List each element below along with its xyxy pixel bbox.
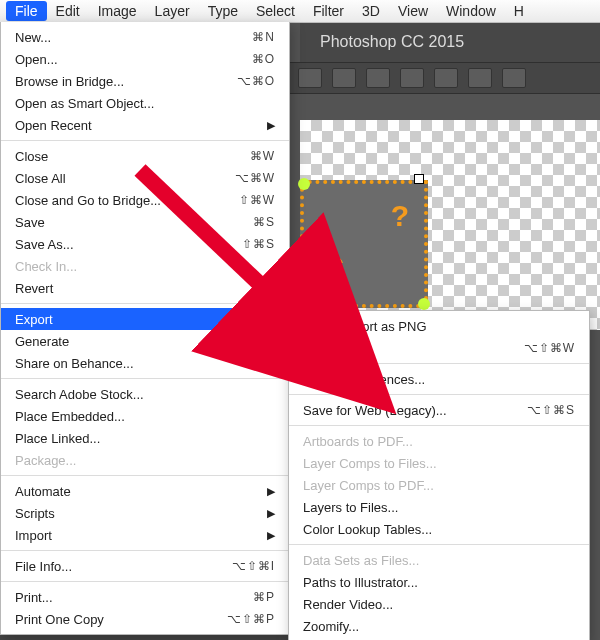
menu-item-label: Close and Go to Bridge... [15, 193, 239, 208]
submenu-arrow-icon: ▶ [267, 335, 275, 348]
export-menu-item[interactable]: Paths to Illustrator... [289, 571, 589, 593]
menubar-item-edit[interactable]: Edit [47, 1, 89, 21]
menu-item-label: Close [15, 149, 250, 164]
file-menu-item[interactable]: Import▶ [1, 524, 289, 546]
file-menu-item[interactable]: Close and Go to Bridge...⇧⌘W [1, 189, 289, 211]
file-menu-item[interactable]: Close All⌥⌘W [1, 167, 289, 189]
submenu-arrow-icon: ▶ [267, 119, 275, 132]
tool-button[interactable] [332, 68, 356, 88]
export-menu-item: Artboards to PDF... [289, 430, 589, 452]
file-menu-item[interactable]: Browse in Bridge...⌥⌘O [1, 70, 289, 92]
file-menu-item[interactable]: Open...⌘O [1, 48, 289, 70]
tool-button[interactable] [400, 68, 424, 88]
file-menu-item: Package... [1, 449, 289, 471]
export-menu-item[interactable]: Quick Export as PNG [289, 315, 589, 337]
file-menu-item[interactable]: RevertF12 [1, 277, 289, 299]
export-menu-separator [289, 394, 589, 395]
file-menu-separator [1, 303, 289, 304]
canvas-glyph-question: ? [391, 199, 409, 233]
menu-item-label: Check In... [15, 259, 275, 274]
file-menu-separator [1, 550, 289, 551]
file-menu-item[interactable]: Open as Smart Object... [1, 92, 289, 114]
menu-item-shortcut: ⌥⇧⌘S [527, 403, 575, 417]
file-menu-item[interactable]: Share on Behance... [1, 352, 289, 374]
export-menu-item[interactable]: Export Preferences... [289, 368, 589, 390]
file-menu-separator [1, 581, 289, 582]
menu-item-label: Layers to Files... [303, 500, 575, 515]
file-menu-item[interactable]: File Info...⌥⇧⌘I [1, 555, 289, 577]
photoshop-file-export-screenshot: Photoshop CC 2015 ? G FileEditImageLayer… [0, 0, 600, 640]
menubar-item-image[interactable]: Image [89, 1, 146, 21]
export-menu-item[interactable]: Save for Web (Legacy)...⌥⇧⌘S [289, 399, 589, 421]
menubar-item-file[interactable]: File [6, 1, 47, 21]
menu-item-shortcut: ⌥⇧⌘W [524, 341, 575, 355]
menu-item-shortcut: ⌘S [253, 215, 275, 229]
menu-item-label: Share on Behance... [15, 356, 275, 371]
file-menu-item[interactable]: Close⌘W [1, 145, 289, 167]
menu-item-label: Export As... [303, 341, 524, 356]
export-menu-item[interactable]: Color Lookup Tables... [289, 518, 589, 540]
selected-layer[interactable]: ? G [300, 180, 428, 308]
menu-item-label: Close All [15, 171, 235, 186]
export-menu-item: Layer Comps to PDF... [289, 474, 589, 496]
menubar-item-select[interactable]: Select [247, 1, 304, 21]
export-menu-item[interactable]: Zoomify... [289, 615, 589, 637]
tool-button[interactable] [468, 68, 492, 88]
tool-button[interactable] [502, 68, 526, 88]
menu-item-label: Scripts [15, 506, 261, 521]
menu-item-label: Layer Comps to Files... [303, 456, 575, 471]
export-menu-item: Data Sets as Files... [289, 549, 589, 571]
export-menu-item[interactable]: Render Video... [289, 593, 589, 615]
menu-item-label: Save As... [15, 237, 242, 252]
file-menu-item[interactable]: Open Recent▶ [1, 114, 289, 136]
file-menu-item: Check In... [1, 255, 289, 277]
menu-item-label: File Info... [15, 559, 232, 574]
file-menu-separator [1, 475, 289, 476]
menubar-item-filter[interactable]: Filter [304, 1, 353, 21]
file-menu-item[interactable]: Export▶ [1, 308, 289, 330]
submenu-arrow-icon: ▶ [267, 529, 275, 542]
tool-button[interactable] [434, 68, 458, 88]
menu-item-shortcut: ⇧⌘S [242, 237, 275, 251]
file-menu-separator [1, 378, 289, 379]
file-menu-item[interactable]: Place Linked... [1, 427, 289, 449]
menu-item-label: Place Linked... [15, 431, 275, 446]
file-menu-item[interactable]: Print...⌘P [1, 586, 289, 608]
file-menu-item[interactable]: Search Adobe Stock... [1, 383, 289, 405]
file-menu-item[interactable]: Generate▶ [1, 330, 289, 352]
export-menu-item[interactable]: Layers to Files... [289, 496, 589, 518]
menu-item-label: Package... [15, 453, 275, 468]
transform-handle[interactable] [414, 174, 424, 184]
app-title: Photoshop CC 2015 [320, 33, 464, 51]
file-menu-item[interactable]: Automate▶ [1, 480, 289, 502]
menu-item-label: Layer Comps to PDF... [303, 478, 575, 493]
tool-button[interactable] [298, 68, 322, 88]
file-menu-item[interactable]: Save⌘S [1, 211, 289, 233]
file-menu-item[interactable]: New...⌘N [1, 26, 289, 48]
file-menu-item[interactable]: Place Embedded... [1, 405, 289, 427]
menu-item-label: Export Preferences... [303, 372, 575, 387]
menu-item-shortcut: ⌥⇧⌘P [227, 612, 275, 626]
menubar-item-view[interactable]: View [389, 1, 437, 21]
file-menu-item[interactable]: Save As...⇧⌘S [1, 233, 289, 255]
menubar-item-h[interactable]: H [505, 1, 533, 21]
menu-item-label: Search Adobe Stock... [15, 387, 275, 402]
mac-menubar: FileEditImageLayerTypeSelectFilter3DView… [0, 0, 600, 23]
file-menu-item[interactable]: Print One Copy⌥⇧⌘P [1, 608, 289, 630]
submenu-arrow-icon: ▶ [267, 313, 275, 326]
menubar-item-window[interactable]: Window [437, 1, 505, 21]
export-menu-item[interactable]: Export As...⌥⇧⌘W [289, 337, 589, 359]
menubar-item-layer[interactable]: Layer [146, 1, 199, 21]
menu-item-label: New... [15, 30, 252, 45]
export-menu-separator [289, 544, 589, 545]
file-menu-item[interactable]: Scripts▶ [1, 502, 289, 524]
submenu-arrow-icon: ▶ [267, 485, 275, 498]
menu-item-shortcut: ⌘O [252, 52, 275, 66]
menu-item-shortcut: ⌘P [253, 590, 275, 604]
menubar-item-3d[interactable]: 3D [353, 1, 389, 21]
tool-button[interactable] [366, 68, 390, 88]
menubar-item-type[interactable]: Type [199, 1, 247, 21]
menu-item-shortcut: ⇧⌘W [239, 193, 275, 207]
menu-item-label: Zoomify... [303, 619, 575, 634]
menu-item-shortcut: ⌘W [250, 149, 275, 163]
